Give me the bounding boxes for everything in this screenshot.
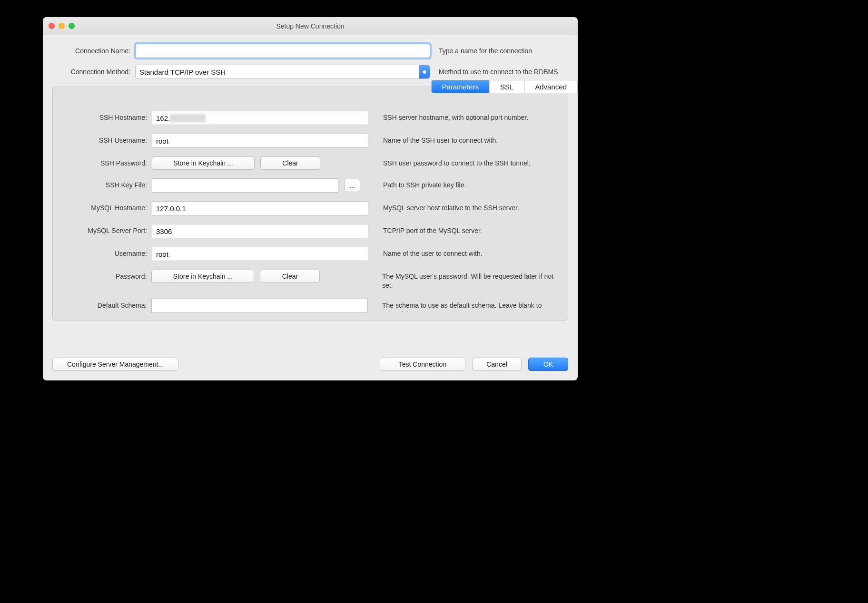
- default-schema-input[interactable]: [151, 299, 368, 313]
- tab-ssl[interactable]: SSL: [490, 80, 524, 93]
- test-connection-button[interactable]: Test Connection: [380, 358, 465, 371]
- connection-name-input[interactable]: [135, 44, 430, 58]
- dialog-window: Setup New Connection Connection Name: Ty…: [43, 17, 578, 380]
- cancel-button[interactable]: Cancel: [472, 358, 522, 371]
- ssh-hostname-label: SSH Hostname:: [62, 111, 152, 121]
- default-schema-hint: The schema to use as default schema. Lea…: [382, 299, 558, 312]
- ssh-password-hint: SSH user password to connect to the SSH …: [383, 156, 531, 168]
- ssh-keyfile-hint: Path to SSH private key file.: [383, 178, 466, 190]
- ssh-keyfile-browse-button[interactable]: ...: [344, 179, 360, 192]
- username-hint: Name of the user to connect with.: [383, 247, 483, 258]
- mysql-port-input[interactable]: [152, 224, 368, 238]
- connection-name-label: Connection Name:: [53, 47, 135, 55]
- connection-method-select[interactable]: Standard TCP/IP over SSH: [135, 65, 430, 79]
- configure-server-management-button[interactable]: Configure Server Management...: [52, 358, 178, 371]
- ssh-hostname-hint: SSH server hostname, with optional port …: [383, 111, 528, 122]
- username-input[interactable]: [152, 247, 368, 261]
- header-area: Connection Name: Type a name for the con…: [43, 35, 578, 87]
- ssh-hostname-input[interactable]: 162. ███████: [152, 111, 368, 125]
- footer: Configure Server Management... Test Conn…: [43, 350, 578, 380]
- window-title: Setup New Connection: [43, 22, 578, 30]
- connection-method-hint: Method to use to connect to the RDBMS: [439, 68, 558, 76]
- tab-bar: Parameters SSL Advanced: [431, 80, 578, 93]
- ssh-hostname-value-visible: 162.: [156, 114, 170, 122]
- ssh-password-clear-button[interactable]: Clear: [260, 156, 320, 170]
- ssh-hostname-value-redacted: ███████: [170, 114, 205, 122]
- ssh-username-input[interactable]: [152, 134, 368, 148]
- password-label: Password:: [62, 270, 151, 280]
- mysql-port-hint: TCP/IP port of the MySQL server.: [383, 224, 482, 235]
- combo-stepper-icon: [419, 65, 430, 78]
- username-label: Username:: [62, 247, 152, 257]
- titlebar: Setup New Connection: [43, 17, 578, 35]
- ssh-password-label: SSH Password:: [62, 156, 152, 167]
- tab-advanced[interactable]: Advanced: [524, 80, 577, 93]
- mysql-hostname-hint: MySQL server host relative to the SSH se…: [383, 201, 519, 213]
- parameters-panel: SSH Hostname: 162. ███████ SSH server ho…: [52, 87, 568, 321]
- mysql-hostname-input[interactable]: [152, 201, 368, 215]
- default-schema-label: Default Schema:: [62, 299, 151, 309]
- password-clear-button[interactable]: Clear: [260, 270, 320, 283]
- ssh-keyfile-input[interactable]: [152, 178, 338, 193]
- ssh-keyfile-label: SSH Key File:: [62, 178, 152, 189]
- ssh-username-label: SSH Username:: [62, 134, 152, 144]
- ok-button[interactable]: OK: [528, 358, 568, 371]
- ssh-username-hint: Name of the SSH user to connect with.: [383, 134, 498, 145]
- password-hint: The MySQL user's password. Will be reque…: [382, 270, 558, 290]
- connection-method-label: Connection Method:: [53, 68, 135, 76]
- mysql-port-label: MySQL Server Port:: [62, 224, 152, 234]
- connection-method-value: Standard TCP/IP over SSH: [139, 68, 226, 76]
- ssh-password-store-button[interactable]: Store in Keychain ...: [152, 156, 255, 170]
- connection-name-hint: Type a name for the connection: [439, 47, 532, 55]
- mysql-hostname-label: MySQL Hostname:: [62, 201, 152, 212]
- tab-parameters[interactable]: Parameters: [431, 80, 490, 93]
- password-store-button[interactable]: Store in Keychain ...: [151, 270, 254, 283]
